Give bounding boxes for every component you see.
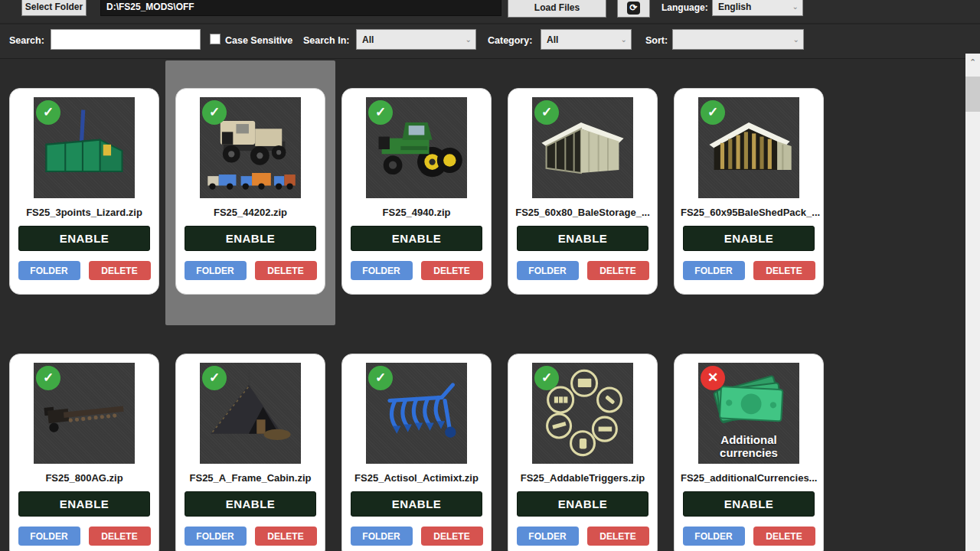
disabled-x-icon: ✕ — [701, 366, 725, 390]
load-files-button[interactable]: Load Files — [508, 0, 606, 18]
mod-thumbnail: ✓ — [200, 97, 301, 198]
mod-filename: FS25_4940.zip — [342, 207, 491, 219]
refresh-icon: ⟳ — [627, 2, 640, 15]
sort-select[interactable]: ⌄ — [672, 29, 804, 50]
card-actions: FOLDER DELETE — [508, 527, 657, 546]
category-selected-value: All — [547, 34, 558, 45]
folder-button[interactable]: FOLDER — [351, 261, 413, 280]
mod-thumbnail: ✓ — [34, 363, 135, 464]
mod-thumbnail: ✕ Additional currencies — [698, 363, 799, 464]
category-select[interactable]: All ⌄ — [541, 29, 632, 50]
search-label: Search: — [9, 35, 44, 46]
card-actions: FOLDER DELETE — [176, 527, 325, 546]
card-actions: FOLDER DELETE — [10, 261, 158, 280]
enabled-check-icon: ✓ — [36, 366, 60, 390]
enable-button[interactable]: ENABLE — [185, 491, 316, 517]
mod-filename: FS25_60x80_BaleStorage_... — [508, 207, 657, 219]
category-label: Category: — [488, 35, 532, 46]
mod-thumbnail: ✓ — [34, 97, 135, 198]
enabled-check-icon: ✓ — [534, 366, 559, 390]
delete-button[interactable]: DELETE — [89, 527, 151, 546]
mod-card[interactable]: ✓ FS25_4940.zip ENABLE FOLDER DELETE — [341, 88, 492, 295]
refresh-button[interactable]: ⟳ — [617, 0, 650, 18]
card-actions: FOLDER DELETE — [508, 261, 657, 280]
search-input[interactable] — [51, 29, 201, 50]
card-actions: FOLDER DELETE — [342, 261, 491, 280]
enable-button[interactable]: ENABLE — [18, 226, 150, 251]
mod-filename: FS25_800AG.zip — [10, 472, 158, 484]
delete-button[interactable]: DELETE — [753, 261, 815, 280]
folder-button[interactable]: FOLDER — [683, 527, 745, 546]
search-in-label: Search In: — [303, 35, 349, 46]
case-sensitive-checkbox[interactable] — [210, 34, 220, 44]
folder-button[interactable]: FOLDER — [517, 261, 579, 280]
mod-card[interactable]: ✓ FS25_Actisol_Actimixt.zip ENABLE FOLDE… — [341, 354, 492, 551]
chevron-down-icon: ⌄ — [793, 34, 799, 43]
delete-button[interactable]: DELETE — [421, 261, 483, 280]
card-actions: FOLDER DELETE — [10, 527, 158, 546]
search-in-selected-value: All — [362, 34, 374, 45]
search-in-select[interactable]: All ⌄ — [356, 29, 476, 50]
card-actions: FOLDER DELETE — [342, 527, 491, 546]
case-sensitive-label: Case Sensitive — [225, 35, 292, 46]
enable-button[interactable]: ENABLE — [185, 226, 316, 251]
enable-button[interactable]: ENABLE — [517, 226, 648, 251]
filter-bar: Search: Case Sensitive Search In: All ⌄ … — [0, 24, 980, 59]
delete-button[interactable]: DELETE — [587, 261, 649, 280]
folder-button[interactable]: FOLDER — [351, 527, 413, 546]
mod-filename: FS25_3points_Lizard.zip — [10, 207, 158, 219]
enabled-check-icon: ✓ — [202, 100, 227, 125]
enable-button[interactable]: ENABLE — [683, 491, 815, 517]
folder-button[interactable]: FOLDER — [517, 527, 579, 546]
enabled-check-icon: ✓ — [368, 100, 393, 125]
folder-button[interactable]: FOLDER — [683, 261, 745, 280]
delete-button[interactable]: DELETE — [587, 527, 649, 546]
language-selected-value: English — [718, 2, 751, 12]
mod-card[interactable]: ✓ FS25_60x95BaleShedPack_... ENABLE FOLD… — [674, 88, 824, 295]
card-actions: FOLDER DELETE — [176, 261, 325, 280]
mod-thumbnail: ✓ — [366, 363, 467, 464]
select-folder-button[interactable]: Select Folder — [21, 0, 87, 16]
mod-filename: FS25_A_Frame_Cabin.zip — [176, 472, 325, 484]
mod-thumbnail: ✓ — [200, 363, 301, 464]
delete-button[interactable]: DELETE — [89, 261, 151, 280]
enabled-check-icon: ✓ — [534, 100, 559, 125]
enabled-check-icon: ✓ — [701, 100, 725, 125]
mod-filename: FS25_Actisol_Actimixt.zip — [342, 472, 491, 484]
folder-button[interactable]: FOLDER — [18, 527, 80, 546]
delete-button[interactable]: DELETE — [753, 527, 815, 546]
enable-button[interactable]: ENABLE — [517, 491, 648, 517]
scrollbar-up-icon[interactable]: ⌃ — [965, 54, 980, 70]
delete-button[interactable]: DELETE — [421, 527, 483, 546]
enable-button[interactable]: ENABLE — [351, 491, 482, 517]
folder-button[interactable]: FOLDER — [185, 527, 247, 546]
mod-card[interactable]: ✓ FS25_AddableTriggers.zip ENABLE FOLDER… — [508, 354, 658, 551]
delete-button[interactable]: DELETE — [255, 527, 317, 546]
mod-filename: FS25_AddableTriggers.zip — [508, 472, 657, 484]
folder-button[interactable]: FOLDER — [18, 261, 80, 280]
mod-thumbnail: ✓ — [366, 97, 467, 198]
enabled-check-icon: ✓ — [36, 100, 60, 125]
enable-button[interactable]: ENABLE — [351, 226, 482, 251]
chevron-down-icon: ⌄ — [466, 34, 472, 43]
mod-thumbnail: ✓ — [532, 363, 633, 464]
mod-card[interactable]: ✓ FS25_60x80_BaleStorage_... ENABLE FOLD… — [508, 88, 658, 295]
mod-card[interactable]: ✓ FS25_800AG.zip ENABLE FOLDER DELETE — [9, 354, 159, 551]
mod-card[interactable]: ✕ Additional currencies FS25_additionalC… — [674, 354, 824, 551]
folder-path-field[interactable]: D:\FS25_MODS\OFF — [100, 0, 501, 16]
enable-button[interactable]: ENABLE — [18, 491, 150, 517]
mod-card[interactable]: ✓ FS25_3points_Lizard.zip ENABLE FOLDER … — [9, 88, 159, 295]
thumbnail-caption: Additional currencies — [698, 433, 799, 459]
language-select[interactable]: English ⌄ — [712, 0, 803, 16]
scrollbar-thumb[interactable] — [965, 77, 980, 112]
mod-thumbnail: ✓ — [532, 97, 633, 198]
sort-label: Sort: — [645, 35, 668, 46]
delete-button[interactable]: DELETE — [255, 261, 317, 280]
enable-button[interactable]: ENABLE — [683, 226, 815, 251]
vertical-scrollbar: ⌃ — [965, 54, 980, 551]
mod-filename: FS25_44202.zip — [176, 207, 325, 219]
folder-button[interactable]: FOLDER — [185, 261, 247, 280]
mod-card[interactable]: ✓ FS25_44202.zip ENABLE FOLDER DELETE — [175, 88, 325, 295]
mod-card[interactable]: ✓ FS25_A_Frame_Cabin.zip ENABLE FOLDER D… — [175, 354, 325, 551]
card-actions: FOLDER DELETE — [675, 261, 823, 280]
